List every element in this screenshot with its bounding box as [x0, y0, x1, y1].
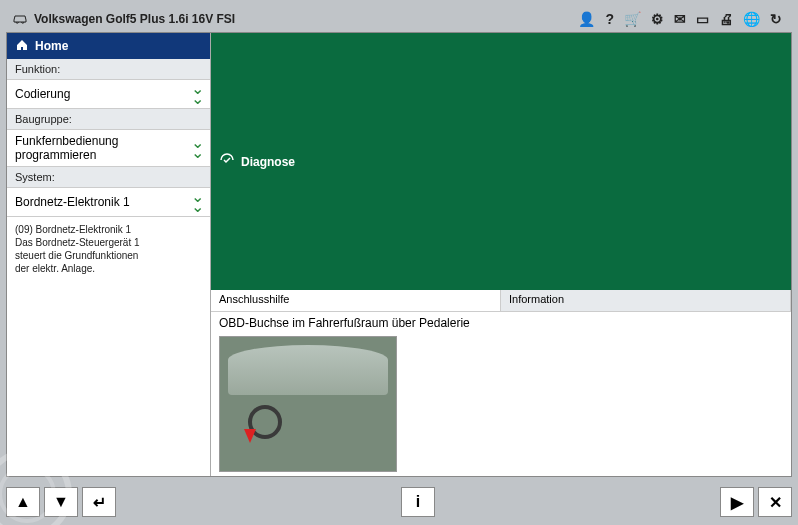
battery-icon[interactable]: ▭: [696, 11, 709, 27]
home-label: Home: [35, 39, 68, 53]
globe-icon[interactable]: 🌐: [743, 11, 760, 27]
user-icon[interactable]: 👤: [578, 11, 595, 27]
home-icon: [15, 38, 29, 55]
obd-location-text: OBD-Buchse im Fahrerfußraum über Pedaler…: [219, 316, 783, 330]
dropdown-baugruppe[interactable]: Funkfernbedienung programmieren ⌄⌄: [7, 130, 210, 167]
tab-information[interactable]: Information: [501, 290, 791, 312]
diagnose-label: Diagnose: [241, 155, 295, 169]
chevron-down-icon: ⌄⌄: [191, 192, 204, 212]
info-button[interactable]: i: [401, 487, 435, 517]
dropdown-funktion-value: Codierung: [15, 87, 70, 101]
chevron-down-icon: ⌄⌄: [191, 138, 204, 158]
car-icon: [12, 12, 28, 27]
cart-icon[interactable]: 🛒: [624, 11, 641, 27]
mail-icon[interactable]: ✉: [674, 11, 686, 27]
print-icon[interactable]: 🖨: [719, 11, 733, 27]
dropdown-baugruppe-value: Funkfernbedienung programmieren: [15, 134, 191, 162]
diagnose-header: Diagnose: [211, 33, 791, 290]
play-button[interactable]: ▶: [720, 487, 754, 517]
dashboard-image: [219, 336, 397, 472]
home-button[interactable]: Home: [7, 33, 210, 59]
vehicle-title: Volkswagen Golf5 Plus 1.6i 16V FSI: [34, 12, 235, 26]
label-system: System:: [7, 167, 210, 188]
dropdown-system-value: Bordnetz-Elektronik 1: [15, 195, 130, 209]
diagnose-icon: [219, 152, 235, 171]
dropdown-system[interactable]: Bordnetz-Elektronik 1 ⌄⌄: [7, 188, 210, 217]
obd-marker-icon: [244, 429, 256, 443]
tab-anschlusshilfe[interactable]: Anschlusshilfe: [211, 290, 501, 312]
close-button[interactable]: ✕: [758, 487, 792, 517]
enter-button[interactable]: ↵: [82, 487, 116, 517]
chevron-down-icon: ⌄⌄: [191, 84, 204, 104]
settings-icon[interactable]: ⚙: [651, 11, 664, 27]
nav-up-button[interactable]: ▲: [6, 487, 40, 517]
label-baugruppe: Baugruppe:: [7, 109, 210, 130]
label-funktion: Funktion:: [7, 59, 210, 80]
refresh-icon[interactable]: ↻: [770, 11, 782, 27]
system-info-text: (09) Bordnetz-Elektronik 1 Das Bordnetz-…: [7, 217, 210, 281]
dropdown-funktion[interactable]: Codierung ⌄⌄: [7, 80, 210, 109]
help-icon[interactable]: ?: [605, 11, 614, 27]
nav-down-button[interactable]: ▼: [44, 487, 78, 517]
